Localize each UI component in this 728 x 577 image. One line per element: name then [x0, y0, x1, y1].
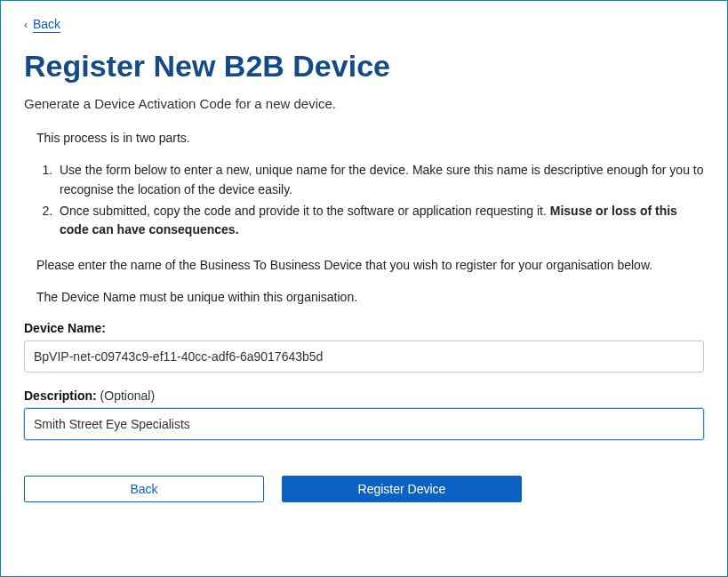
steps-list: Use the form below to enter a new, uniqu… [56, 161, 704, 240]
description-label: Description: (Optional) [24, 389, 704, 403]
step-1: Use the form below to enter a new, uniqu… [56, 161, 704, 199]
button-row: Back Register Device [24, 476, 704, 502]
step-2: Once submitted, copy the code and provid… [56, 202, 704, 240]
page-frame: ‹ Back Register New B2B Device Generate … [0, 0, 728, 577]
description-input[interactable] [24, 408, 704, 440]
page-title: Register New B2B Device [24, 49, 704, 84]
back-button[interactable]: Back [24, 476, 264, 502]
step-1-text: Use the form below to enter a new, uniqu… [60, 163, 704, 196]
device-name-label: Device Name: [24, 321, 704, 335]
description-label-text: Description: [24, 389, 97, 403]
page-subtitle: Generate a Device Activation Code for a … [24, 96, 704, 111]
instruction-1: Please enter the name of the Business To… [36, 256, 704, 274]
back-link-label: Back [33, 17, 60, 33]
device-name-input[interactable] [24, 341, 704, 373]
form: Device Name: Description: (Optional) Bac… [24, 321, 704, 502]
intro-text: This process is in two parts. [36, 129, 704, 147]
step-2-prefix: Once submitted, copy the code and provid… [60, 204, 550, 218]
register-device-button[interactable]: Register Device [282, 476, 522, 502]
chevron-left-icon: ‹ [24, 20, 28, 30]
back-link[interactable]: ‹ Back [24, 17, 60, 33]
instruction-2: The Device Name must be unique within th… [36, 288, 704, 306]
description-optional: (Optional) [97, 389, 155, 403]
